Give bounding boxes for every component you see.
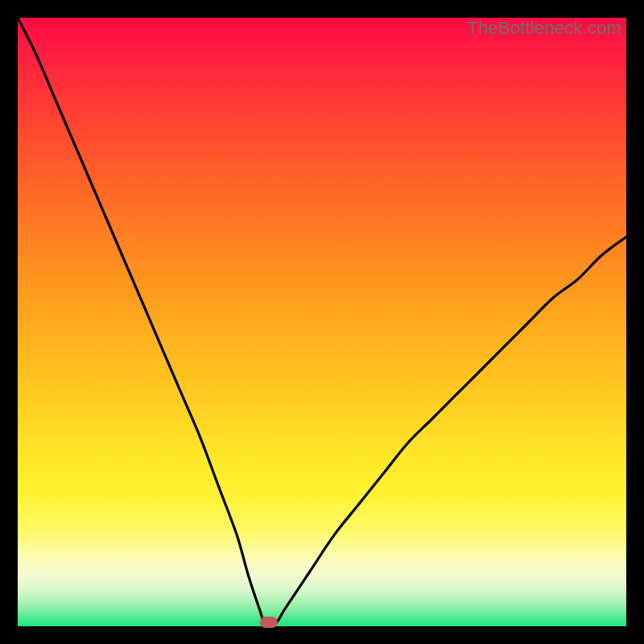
bottleneck-curve (18, 18, 626, 626)
plot-area: TheBottleneck.com (18, 18, 626, 626)
chart-frame: TheBottleneck.com (0, 0, 644, 644)
curve-path (18, 18, 626, 625)
optimal-point-marker (260, 617, 278, 628)
